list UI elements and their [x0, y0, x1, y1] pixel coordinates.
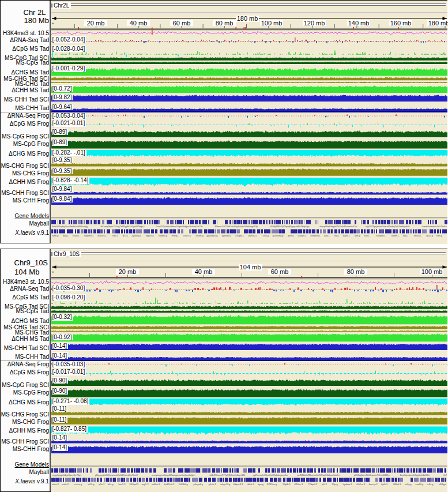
svg-text:*: * — [52, 21, 54, 27]
svg-text:*: * — [52, 270, 54, 276]
